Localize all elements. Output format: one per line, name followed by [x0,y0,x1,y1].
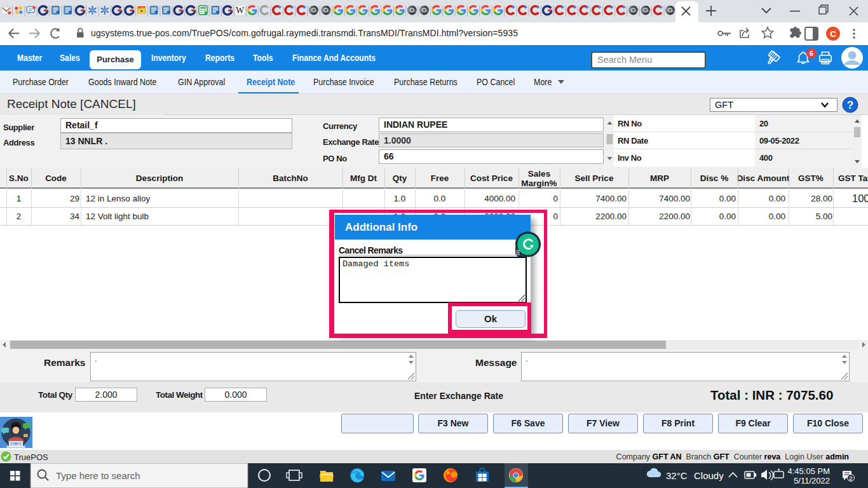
svg-text:2: 2 [849,475,852,482]
svg-text:4:45:05 PM: 4:45:05 PM [788,466,831,476]
svg-text:?: ? [847,99,853,111]
svg-text:Type here to search: Type here to search [56,470,140,481]
svg-text:5/11/2022: 5/11/2022 [794,476,830,485]
svg-text:32°C: 32°C [666,470,688,481]
svg-text:C: C [830,29,836,39]
svg-text:Cloudy: Cloudy [694,470,724,481]
svg-text:6: 6 [810,50,813,57]
